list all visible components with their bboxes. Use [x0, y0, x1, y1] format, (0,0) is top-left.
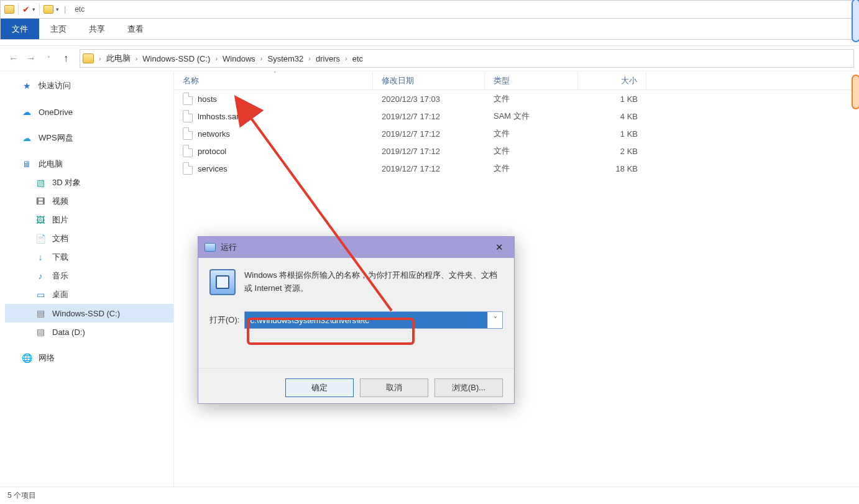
open-combobox[interactable]: ˅: [244, 311, 503, 329]
browse-button[interactable]: 浏览(B)...: [434, 378, 503, 397]
open-input[interactable]: [245, 312, 487, 328]
chevron-down-icon[interactable]: ˅: [487, 312, 502, 328]
navigation-sidebar: ★快速访问 ☁OneDrive ☁WPS网盘 🖥此电脑 ▧3D 对象 🎞视频 🖼…: [0, 71, 174, 487]
picture-icon: 🖼: [35, 215, 46, 225]
file-size: 2 KB: [578, 147, 646, 156]
nav-history-dropdown[interactable]: ˅: [41, 51, 56, 66]
file-name: protocol: [198, 147, 226, 156]
file-date: 2020/12/3 17:03: [373, 94, 485, 104]
cancel-button[interactable]: 取消: [360, 378, 428, 397]
sidebar-label: Windows-SSD (C:): [52, 309, 120, 318]
column-header-name[interactable]: 名称˄: [174, 71, 373, 89]
cube-icon: ▧: [35, 178, 46, 188]
tab-share[interactable]: 共享: [78, 19, 116, 39]
tab-home[interactable]: 主页: [39, 19, 78, 39]
folder-icon: [4, 5, 14, 14]
sidebar-item-this-pc[interactable]: 🖥此电脑: [5, 155, 173, 173]
nav-up-button[interactable]: ↑: [58, 51, 73, 66]
nav-back-button[interactable]: ←: [6, 51, 21, 66]
address-bar[interactable]: › 此电脑 › Windows-SSD (C:) › Windows › Sys…: [80, 49, 854, 68]
sidebar-label: OneDrive: [39, 108, 73, 117]
breadcrumb-item[interactable]: drivers: [312, 54, 344, 63]
title-bar: ✔ ▾ ▾ | etc: [0, 0, 859, 19]
chevron-right-icon[interactable]: ›: [214, 55, 219, 62]
file-icon: [183, 93, 193, 105]
sidebar-item-quick-access[interactable]: ★快速访问: [5, 76, 173, 95]
sidebar-label: 图片: [52, 214, 68, 226]
column-header-date[interactable]: 修改日期: [373, 71, 485, 89]
file-type: 文件: [485, 163, 578, 174]
chevron-right-icon[interactable]: ›: [307, 55, 312, 62]
sidebar-item-network[interactable]: 🌐网络: [5, 349, 173, 367]
breadcrumb-item[interactable]: etc: [349, 54, 367, 63]
file-date: 2019/12/7 17:12: [373, 112, 485, 121]
checkmark-icon[interactable]: ✔: [22, 4, 30, 14]
open-label: 打开(O):: [209, 314, 239, 326]
qat-dropdown-icon[interactable]: ▾: [56, 6, 59, 12]
run-icon: [204, 243, 216, 252]
scrollbar-thumb[interactable]: [852, 0, 859, 42]
chevron-right-icon[interactable]: ›: [344, 55, 349, 62]
drive-icon: ▤: [35, 327, 46, 337]
folder-icon: [44, 5, 53, 14]
chevron-right-icon[interactable]: ›: [98, 55, 103, 62]
tab-view[interactable]: 查看: [116, 19, 155, 39]
sidebar-label: 音乐: [52, 270, 68, 282]
sidebar-item-onedrive[interactable]: ☁OneDrive: [5, 103, 173, 121]
file-row[interactable]: services2019/12/7 17:12文件18 KB: [174, 160, 859, 177]
sidebar-item-pictures[interactable]: 🖼图片: [5, 211, 173, 229]
file-type: 文件: [485, 93, 578, 104]
close-button[interactable]: ✕: [490, 241, 508, 254]
sidebar-item-videos[interactable]: 🎞视频: [5, 192, 173, 211]
file-row[interactable]: hosts2020/12/3 17:03文件1 KB: [174, 90, 859, 108]
breadcrumb-item[interactable]: 此电脑: [103, 53, 134, 64]
quick-access-toolbar: ✔ ▾ ▾ | etc: [1, 3, 88, 16]
sidebar-item-desktop[interactable]: ▭桌面: [5, 285, 173, 304]
sidebar-item-drive-d[interactable]: ▤Data (D:): [5, 323, 173, 341]
chevron-right-icon[interactable]: ›: [259, 55, 264, 62]
star-icon: ★: [21, 81, 32, 91]
sidebar-item-3d-objects[interactable]: ▧3D 对象: [5, 173, 173, 192]
ok-button[interactable]: 确定: [285, 378, 354, 397]
window-title: etc: [75, 5, 85, 14]
breadcrumb-item[interactable]: System32: [264, 54, 308, 63]
file-row[interactable]: protocol2019/12/7 17:12文件2 KB: [174, 142, 859, 160]
tab-file[interactable]: 文件: [1, 19, 39, 39]
drive-icon: ▤: [35, 308, 46, 318]
sidebar-item-wps[interactable]: ☁WPS网盘: [5, 129, 173, 147]
sidebar-label: WPS网盘: [39, 132, 73, 144]
dialog-title: 运行: [221, 242, 237, 253]
file-row[interactable]: networks2019/12/7 17:12文件1 KB: [174, 125, 859, 142]
sort-indicator-icon: ˄: [273, 71, 277, 77]
file-size: 1 KB: [578, 94, 646, 104]
sidebar-item-music[interactable]: ♪音乐: [5, 267, 173, 285]
file-row[interactable]: lmhosts.sam2019/12/7 17:12SAM 文件4 KB: [174, 108, 859, 125]
folder-icon: [83, 53, 94, 63]
sidebar-item-documents[interactable]: 📄文档: [5, 229, 173, 248]
dialog-description: Windows 将根据你所输入的名称，为你打开相应的程序、文件夹、文档或 Int…: [244, 269, 503, 295]
sidebar-label: 桌面: [52, 289, 68, 300]
column-header-size[interactable]: 大小: [578, 71, 646, 89]
run-dialog: 运行 ✕ Windows 将根据你所输入的名称，为你打开相应的程序、文件夹、文档…: [198, 236, 515, 404]
breadcrumb-item[interactable]: Windows-SSD (C:): [139, 54, 214, 63]
breadcrumb-item[interactable]: Windows: [219, 54, 259, 63]
column-headers: 名称˄ 修改日期 类型 大小: [174, 71, 859, 90]
file-name: hosts: [198, 94, 217, 104]
music-icon: ♪: [35, 271, 46, 281]
file-name: networks: [198, 129, 230, 139]
qat-dropdown-icon[interactable]: ▾: [32, 6, 35, 12]
scrollbar-thumb[interactable]: [852, 75, 859, 109]
sidebar-item-downloads[interactable]: ↓下载: [5, 248, 173, 267]
separator: |: [64, 5, 66, 14]
chevron-right-icon[interactable]: ›: [134, 55, 139, 62]
file-icon: [183, 110, 193, 122]
address-toolbar: ← → ˅ ↑ › 此电脑 › Windows-SSD (C:) › Windo…: [0, 46, 859, 71]
sidebar-label: 网络: [39, 352, 55, 364]
file-size: 4 KB: [578, 112, 646, 121]
sidebar-label: Data (D:): [52, 328, 85, 337]
sidebar-label: 视频: [52, 196, 68, 207]
run-large-icon: [209, 269, 236, 295]
sidebar-item-drive-c[interactable]: ▤Windows-SSD (C:): [5, 304, 173, 323]
dialog-titlebar[interactable]: 运行 ✕: [198, 237, 514, 258]
column-header-type[interactable]: 类型: [485, 71, 578, 89]
